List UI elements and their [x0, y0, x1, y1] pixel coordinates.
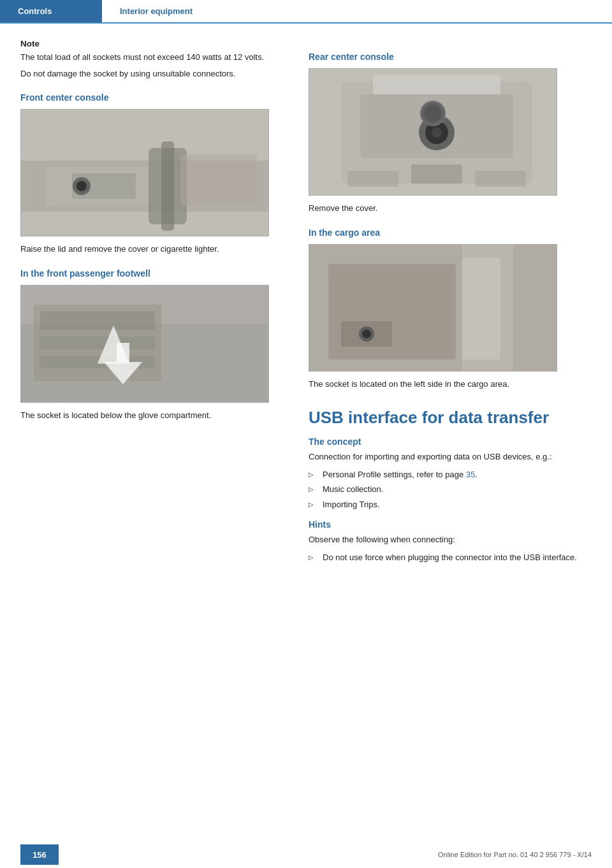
footwell-caption: The socket is located below the glove co…	[20, 409, 288, 422]
bullet-1-text: Personal Profile settings, refer to page…	[323, 470, 477, 479]
usb-section: USB interface for data transfer The conc…	[309, 408, 592, 563]
front-console-img-placeholder	[21, 110, 268, 236]
bullet-2-text: Music collection.	[323, 484, 383, 494]
note-text2: Do not damage the socket by using unsuit…	[20, 68, 288, 80]
main-content: Note The total load of all sockets must …	[0, 24, 612, 604]
hints-bullet-item-1: Do not use force when plugging the conne…	[309, 551, 592, 564]
rear-console-image	[309, 68, 557, 196]
rear-console-heading: Rear center console	[309, 52, 592, 62]
rear-console-section: Rear center console	[309, 52, 592, 215]
concept-subsection: The concept Connection for importing and…	[309, 437, 592, 510]
cargo-img-placeholder	[309, 245, 557, 371]
controls-label: Controls	[18, 6, 52, 16]
header-controls-tab: Controls	[0, 0, 102, 22]
cargo-image	[309, 244, 557, 372]
svg-point-5	[76, 181, 87, 191]
page-link[interactable]: 35	[466, 470, 475, 479]
left-column: Note The total load of all sockets must …	[20, 39, 288, 566]
cargo-section: In the cargo area The s	[309, 228, 592, 391]
svg-rect-34	[462, 257, 500, 359]
cargo-svg	[309, 245, 557, 372]
rear-console-img-placeholder	[309, 69, 557, 195]
svg-point-22	[432, 127, 442, 138]
note-label: Note	[20, 39, 288, 48]
note-section: Note The total load of all sockets must …	[20, 39, 288, 80]
svg-rect-8	[180, 154, 257, 205]
front-console-image	[20, 109, 269, 236]
concept-text: Connection for importing and exporting d…	[309, 451, 592, 463]
footwell-svg	[21, 286, 269, 403]
bullet-3-text: Importing Trips.	[323, 500, 380, 509]
svg-rect-12	[40, 311, 155, 330]
usb-main-heading: USB interface for data transfer	[309, 408, 592, 428]
svg-rect-13	[40, 336, 155, 349]
footwell-img-placeholder	[21, 286, 268, 402]
hints-text: Observe the following when connecting:	[309, 533, 592, 546]
svg-rect-25	[475, 171, 526, 187]
right-column: Rear center console	[309, 39, 592, 566]
svg-point-32	[362, 329, 371, 338]
page-header: Controls Interior equipment	[0, 0, 612, 23]
footer-online-text: Online Edition for Part no. 01 40 2 956 …	[438, 851, 592, 858]
concept-heading: The concept	[309, 437, 592, 447]
page-footer: 156 Online Edition for Part no. 01 40 2 …	[0, 841, 612, 868]
interior-label: Interior equipment	[120, 6, 193, 16]
front-console-heading: Front center console	[20, 92, 288, 103]
page-number: 156	[20, 844, 59, 865]
bullet-item-2: Music collection.	[309, 483, 592, 496]
svg-rect-23	[411, 164, 462, 184]
cargo-heading: In the cargo area	[309, 228, 592, 238]
bullet-item-1: Personal Profile settings, refer to page…	[309, 468, 592, 481]
concept-bullet-list: Personal Profile settings, refer to page…	[309, 468, 592, 511]
note-text1: The total load of all sockets must not e…	[20, 51, 288, 64]
hints-bullet-list: Do not use force when plugging the conne…	[309, 551, 592, 564]
svg-rect-19	[373, 75, 500, 94]
hints-heading: Hints	[309, 519, 592, 530]
svg-rect-7	[161, 141, 174, 231]
front-console-caption: Raise the lid and remove the cover or ci…	[20, 243, 288, 256]
rear-console-caption: Remove the cover.	[309, 202, 592, 215]
front-console-svg	[21, 110, 269, 236]
footwell-section: In the front passenger footwell The	[20, 268, 288, 422]
hints-bullet-1-text: Do not use force when plugging the conne…	[323, 553, 577, 562]
header-interior-tab: Interior equipment	[102, 0, 210, 22]
rear-console-svg	[309, 69, 557, 196]
cargo-caption: The socket is located on the left side i…	[309, 378, 592, 391]
footwell-heading: In the front passenger footwell	[20, 268, 288, 278]
front-console-section: Front center console	[20, 92, 288, 256]
bullet-item-3: Importing Trips.	[309, 498, 592, 511]
hints-subsection: Hints Observe the following when connect…	[309, 519, 592, 563]
footwell-image	[20, 285, 269, 403]
svg-rect-24	[347, 171, 398, 187]
